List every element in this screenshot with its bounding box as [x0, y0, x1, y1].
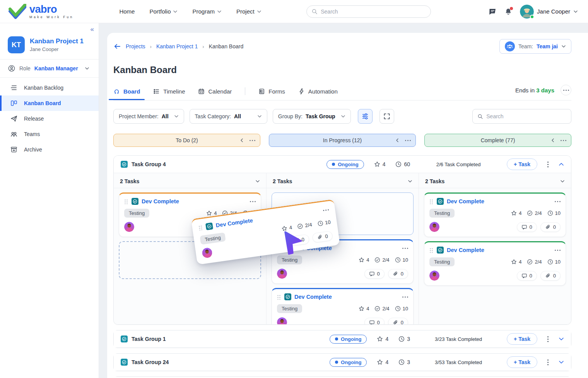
project-header[interactable]: KT Kanban Project 1 Jane Cooper	[0, 23, 99, 60]
sidebar-item-teams[interactable]: Teams	[0, 126, 99, 142]
column-menu-icon[interactable]	[561, 140, 566, 141]
status-badge[interactable]: Ongoing	[326, 160, 364, 169]
global-search-input[interactable]	[321, 9, 426, 15]
chevron-down-icon[interactable]	[560, 180, 565, 183]
group-menu-icon[interactable]	[547, 162, 549, 167]
column-header-complete[interactable]: Complete (77)	[424, 134, 571, 147]
comments-pill[interactable]: 0	[517, 271, 537, 281]
task-menu-icon[interactable]	[555, 201, 561, 202]
assignee-avatar	[202, 247, 213, 258]
expand-group-icon[interactable]	[559, 360, 564, 364]
messages-icon[interactable]	[488, 8, 497, 15]
column-header-todo[interactable]: To Do (2)	[113, 134, 260, 147]
sliders-icon	[361, 112, 369, 120]
vabro-logo[interactable]: vabro Make Work Fun	[9, 4, 74, 19]
nav-program[interactable]: Program	[192, 8, 222, 15]
board-settings-button[interactable]	[358, 109, 373, 124]
task-menu-icon[interactable]	[402, 248, 408, 249]
task-title[interactable]: Dev Complete	[215, 217, 253, 228]
task-card[interactable]: Dev Complete Testing 4 2/4 10	[272, 288, 414, 325]
chevron-down-icon[interactable]	[255, 180, 260, 183]
chevron-left-icon[interactable]	[240, 138, 243, 143]
column-menu-icon[interactable]	[250, 140, 255, 141]
status-badge[interactable]: Ongoing	[330, 358, 367, 367]
drag-handle-icon[interactable]	[124, 199, 128, 204]
drag-handle-icon[interactable]	[277, 294, 281, 300]
filter-group-by[interactable]: Group By: Task Group	[273, 109, 351, 124]
add-task-button[interactable]: + Task	[507, 158, 537, 170]
comments-pill[interactable]: 0	[364, 318, 385, 325]
group-menu-icon[interactable]	[547, 336, 549, 342]
back-arrow-icon[interactable]	[113, 43, 121, 50]
collapse-group-icon[interactable]	[559, 162, 564, 166]
nav-project[interactable]: Project	[236, 8, 262, 15]
chevron-down-icon	[85, 67, 89, 70]
attachments-pill[interactable]: 0	[388, 269, 408, 279]
drag-handle-icon[interactable]	[198, 225, 203, 230]
attachments-pill[interactable]: 0	[388, 318, 408, 325]
nav-home[interactable]: Home	[119, 8, 135, 15]
task-menu-icon[interactable]	[555, 250, 561, 251]
sidebar-item-kanban-backlog[interactable]: Kanban Backlog	[0, 80, 99, 95]
tab-label: Board	[123, 88, 140, 95]
comments-pill[interactable]: 0	[288, 234, 309, 246]
task-title[interactable]: Dev Complete	[294, 294, 332, 300]
sidebar-collapse-icon[interactable]: «	[91, 26, 94, 33]
tab-forms[interactable]: Forms	[258, 88, 285, 100]
chevron-left-icon[interactable]	[551, 138, 554, 143]
drag-handle-icon[interactable]	[429, 247, 434, 253]
add-task-button[interactable]: + Task	[507, 356, 537, 368]
board-search-input[interactable]	[486, 113, 566, 119]
tab-timeline[interactable]: Timeline	[153, 88, 185, 100]
expand-group-icon[interactable]	[559, 337, 564, 341]
board-more-button[interactable]	[561, 85, 571, 95]
team-selector[interactable]: Team: Team jai	[499, 39, 571, 54]
task-menu-icon[interactable]	[402, 296, 408, 298]
tab-board[interactable]: Board	[113, 88, 140, 100]
task-title[interactable]: Dev Complete	[447, 198, 484, 204]
tab-calendar[interactable]: Calendar	[198, 88, 232, 100]
fullscreen-button[interactable]	[379, 109, 394, 124]
global-search[interactable]	[306, 5, 431, 18]
tab-automation[interactable]: Automation	[298, 88, 338, 100]
user-menu[interactable]: Jane Cooper	[520, 5, 578, 19]
comments-pill[interactable]: 0	[517, 222, 537, 232]
nav-portfolio[interactable]: Portfolio	[149, 8, 178, 15]
group-menu-icon[interactable]	[547, 359, 549, 365]
add-task-button[interactable]: + Task	[507, 333, 537, 345]
tab-label: Automation	[308, 88, 338, 95]
task-card[interactable]: Dev Complete Testing 4 2/4 10	[424, 192, 566, 237]
sidebar-item-kanban-board[interactable]: Kanban Board	[0, 95, 99, 111]
comments-pill[interactable]: 0	[364, 269, 385, 279]
chevron-left-icon[interactable]	[396, 138, 399, 143]
attachments-pill[interactable]: 0	[540, 271, 561, 281]
drag-handle-icon[interactable]	[429, 199, 434, 204]
column-menu-icon[interactable]	[405, 140, 411, 141]
breadcrumb-project[interactable]: Kanban Project 1	[156, 43, 198, 49]
role-selector[interactable]: Role Kanban Manager	[0, 60, 99, 78]
breadcrumb-projects[interactable]: Projects	[126, 43, 145, 49]
status-badge[interactable]: Ongoing	[330, 335, 367, 344]
task-group-1[interactable]: Task Group 1 Ongoing 4 3 3/23 Task Compl…	[113, 330, 571, 348]
filter-task-category[interactable]: Task Category: All	[190, 109, 267, 124]
board-search[interactable]	[472, 109, 571, 124]
sidebar-item-archive[interactable]: Archive	[0, 142, 99, 157]
attachments-pill[interactable]: 0	[540, 222, 561, 232]
notifications-button[interactable]	[504, 8, 512, 15]
task-menu-icon[interactable]	[250, 201, 256, 202]
task-title[interactable]: Dev Complete	[447, 247, 484, 253]
attachments-pill[interactable]: 0	[312, 230, 333, 243]
chevron-down-icon[interactable]	[408, 180, 412, 183]
column-header-inprogress[interactable]: In Progress (12)	[269, 134, 416, 147]
task-tag: Testing	[429, 257, 455, 266]
task-title[interactable]: Dev Complete	[142, 198, 179, 204]
filter-project-member[interactable]: Project Member: All	[113, 109, 184, 124]
task-group-24[interactable]: Task Group 24 Ongoing 4 3 3/53 Task Comp…	[113, 353, 571, 371]
search-icon	[311, 8, 318, 15]
task-menu-icon[interactable]	[323, 209, 329, 211]
sidebar-item-release[interactable]: Release	[0, 111, 99, 126]
progress-label: 3/23 Task Completed	[435, 336, 482, 342]
task-group-65[interactable]: Task Group 65 Ongoing 4 3 3/43 Task Comp…	[113, 376, 571, 378]
task-card[interactable]: Dev Complete Testing 4 2/4 10	[424, 241, 566, 286]
paperclip-icon	[316, 234, 323, 240]
